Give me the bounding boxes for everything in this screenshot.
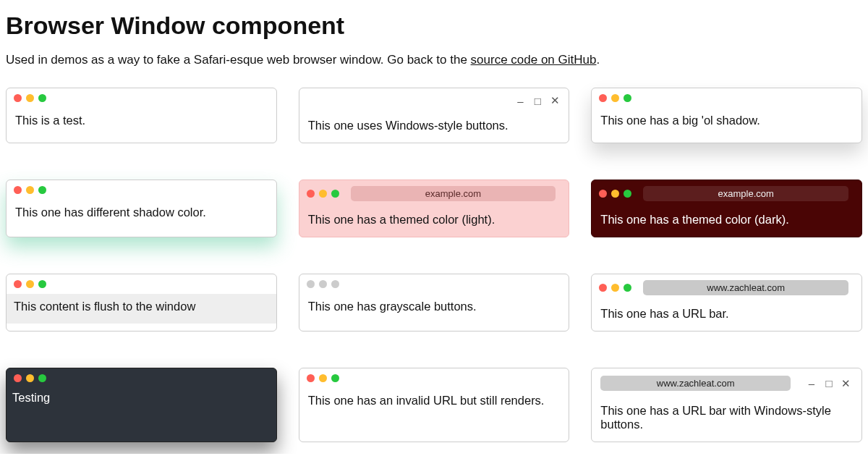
close-icon[interactable]: [14, 94, 22, 102]
maximize-icon[interactable]: [38, 280, 46, 288]
minimize-icon[interactable]: [319, 190, 327, 198]
minimize-icon[interactable]: [26, 94, 34, 102]
close-icon[interactable]: [14, 280, 22, 288]
titlebar: [7, 88, 276, 108]
titlebar: example.com: [299, 180, 569, 207]
url-bar[interactable]: example.com: [643, 186, 848, 201]
browser-window: This one has grayscale buttons.: [299, 274, 570, 332]
minimize-icon[interactable]: [26, 374, 34, 382]
maximize-icon[interactable]: [624, 94, 631, 102]
titlebar: www.zachleat.com – □ ✕: [592, 368, 861, 398]
window-content: This one has grayscale buttons.: [299, 294, 569, 324]
window-content: This one has a themed color (dark).: [592, 207, 861, 237]
window-content: Testing: [7, 388, 276, 415]
close-icon[interactable]: [14, 186, 22, 194]
maximize-icon[interactable]: [331, 280, 339, 288]
window-content: This is a test.: [7, 108, 276, 138]
minimize-icon[interactable]: [611, 190, 619, 198]
titlebar: [299, 274, 569, 294]
traffic-lights: [307, 190, 339, 198]
window-content: This one has a URL bar with Windows-styl…: [592, 398, 861, 442]
browser-window: example.com This one has a themed color …: [591, 180, 862, 237]
minimize-icon[interactable]: [611, 284, 619, 292]
traffic-lights: [307, 280, 339, 288]
traffic-lights: [14, 186, 46, 194]
browser-window: This is a test.: [6, 88, 277, 143]
browser-window: – □ ✕ This one uses Windows-style button…: [299, 88, 570, 143]
close-icon[interactable]: [14, 374, 22, 382]
windows-controls: – □ ✕: [807, 377, 853, 390]
minimize-icon[interactable]: [319, 280, 327, 288]
browser-window: This one has a big 'ol shadow.: [591, 88, 862, 143]
maximize-icon[interactable]: [624, 284, 631, 292]
titlebar: [7, 180, 276, 200]
maximize-icon[interactable]: [624, 190, 631, 198]
close-icon[interactable]: [599, 190, 607, 198]
minimize-icon[interactable]: [611, 94, 619, 102]
maximize-icon[interactable]: [331, 374, 339, 382]
traffic-lights: [599, 94, 631, 102]
demo-grid: This is a test. – □ ✕ This one uses Wind…: [6, 88, 862, 442]
window-content: This one has a themed color (light).: [299, 207, 569, 237]
intro-text-after: .: [596, 53, 600, 67]
windows-controls: – □ ✕: [515, 94, 561, 107]
url-bar[interactable]: www.zachleat.com: [600, 376, 791, 391]
browser-window: example.com This one has a themed color …: [299, 180, 570, 237]
titlebar: [592, 88, 861, 108]
intro-text: Used in demos as a way to fake a Safari-…: [6, 53, 471, 67]
browser-window: This content is flush to the window: [6, 274, 277, 332]
window-content: This one uses Windows-style buttons.: [299, 113, 569, 143]
close-icon[interactable]: ✕: [550, 94, 560, 107]
window-content: This one has a URL bar.: [592, 301, 861, 331]
traffic-lights: [307, 374, 339, 382]
close-icon[interactable]: [599, 94, 607, 102]
browser-window: This one has different shadow color.: [6, 180, 277, 237]
close-icon[interactable]: [307, 280, 315, 288]
close-icon[interactable]: [599, 284, 607, 292]
close-icon[interactable]: ✕: [841, 377, 851, 390]
window-content: This content is flush to the window: [7, 294, 276, 324]
window-content: This one has an invalid URL but still re…: [299, 388, 569, 418]
maximize-icon[interactable]: [38, 94, 46, 102]
titlebar: [7, 274, 276, 294]
window-content: This one has a big 'ol shadow.: [592, 108, 861, 138]
url-bar[interactable]: www.zachleat.com: [643, 280, 848, 295]
close-icon[interactable]: [307, 374, 315, 382]
traffic-lights: [14, 280, 46, 288]
window-content: This one has different shadow color.: [7, 200, 276, 229]
minimize-icon[interactable]: [319, 374, 327, 382]
traffic-lights: [14, 374, 46, 382]
intro-paragraph: Used in demos as a way to fake a Safari-…: [6, 53, 862, 67]
browser-window: www.zachleat.com This one has a URL bar.: [591, 274, 862, 332]
source-link[interactable]: source code on GitHub: [471, 53, 597, 67]
maximize-icon[interactable]: □: [824, 377, 834, 390]
minimize-icon[interactable]: [26, 280, 34, 288]
minimize-icon[interactable]: –: [515, 94, 525, 107]
titlebar: [299, 368, 569, 388]
close-icon[interactable]: [307, 190, 315, 198]
maximize-icon[interactable]: [38, 374, 46, 382]
titlebar: [7, 368, 276, 388]
maximize-icon[interactable]: [38, 186, 46, 194]
browser-window: Testing: [6, 368, 277, 442]
traffic-lights: [599, 190, 631, 198]
maximize-icon[interactable]: [331, 190, 339, 198]
traffic-lights: [14, 94, 46, 102]
minimize-icon[interactable]: [26, 186, 34, 194]
traffic-lights: [599, 284, 631, 292]
page-title: Browser Window component: [6, 12, 862, 40]
titlebar: – □ ✕: [299, 88, 569, 113]
minimize-icon[interactable]: –: [807, 377, 817, 390]
titlebar: example.com: [592, 180, 861, 207]
url-bar[interactable]: example.com: [351, 186, 556, 201]
browser-window: This one has an invalid URL but still re…: [299, 368, 570, 442]
browser-window: www.zachleat.com – □ ✕ This one has a UR…: [591, 368, 862, 442]
maximize-icon[interactable]: □: [532, 94, 542, 107]
titlebar: www.zachleat.com: [592, 274, 861, 301]
